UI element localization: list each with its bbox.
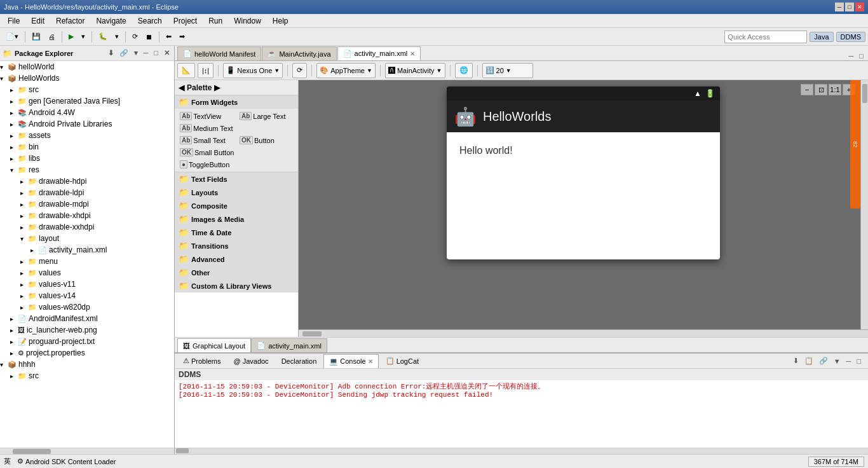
toolbar-btn-ext4[interactable]: ➡	[176, 30, 188, 44]
menu-file[interactable]: File	[3, 15, 25, 27]
bottom-panel-btn-1[interactable]: ⬇	[791, 356, 801, 366]
tree-toggle-icon[interactable]: ▸	[20, 201, 28, 208]
tab-logcat[interactable]: 📋 LogCat	[380, 354, 424, 368]
tree-toggle-icon[interactable]: ▸	[20, 212, 28, 219]
quick-access-input[interactable]	[724, 31, 807, 43]
tree-toggle-icon[interactable]: ▸	[20, 304, 28, 311]
transitions-header[interactable]: 📁 Transitions	[175, 239, 298, 252]
close-button[interactable]: ✕	[855, 3, 864, 11]
menu-navigate[interactable]: Navigate	[91, 15, 131, 27]
bottom-panel-btn-4[interactable]: ▼	[832, 357, 843, 366]
tree-toggle-icon[interactable]: ▸	[20, 224, 28, 231]
debug-dropdown[interactable]: ▾	[112, 30, 122, 44]
advanced-header[interactable]: 📁 Advanced	[175, 252, 298, 266]
tree-item[interactable]: ▸📁libs	[0, 153, 174, 164]
tree-toggle-icon[interactable]: ▸	[10, 373, 18, 380]
tree-toggle-icon[interactable]: ▸	[20, 292, 28, 299]
tree-item[interactable]: ▸📚Android Private Libraries	[0, 118, 174, 130]
toolbar-btn-ext2[interactable]: ⏹	[142, 30, 156, 44]
custom-library-views-header[interactable]: 📁 Custom & Library Views	[175, 279, 298, 292]
locale-btn[interactable]: 🌐	[455, 63, 473, 78]
maximize-button[interactable]: □	[845, 3, 854, 11]
tab-problems[interactable]: ⚠ Problems	[177, 354, 226, 368]
menu-refactor[interactable]: Refactor	[51, 15, 90, 27]
tree-toggle-icon[interactable]: ▸	[10, 86, 18, 93]
text-fields-header[interactable]: 📁 Text Fields	[175, 172, 298, 186]
tree-toggle-icon[interactable]: ▸	[20, 178, 28, 185]
save-button[interactable]: 💾	[29, 30, 44, 44]
tree-toggle-icon[interactable]: ▸	[31, 247, 38, 254]
layout-config-btn[interactable]: 📐	[177, 63, 195, 78]
tree-item[interactable]: ▾📦hhhh	[0, 359, 174, 370]
toolbar-btn-ext1[interactable]: ⟳	[129, 30, 141, 44]
tab-helloworld-manifest[interactable]: 📄 helloWorld Manifest	[177, 46, 261, 60]
activity-xml-tab-close-icon[interactable]: ✕	[410, 50, 415, 57]
canvas-vscrollbar[interactable]	[860, 80, 868, 329]
tab-console[interactable]: 💻 Console ✕	[323, 354, 378, 368]
tree-toggle-icon[interactable]: ▾	[20, 235, 28, 242]
tree-item[interactable]: ▸📄AndroidManifest.xml	[0, 313, 174, 324]
tree-toggle-icon[interactable]: ▸	[10, 338, 18, 345]
tree-toggle-icon[interactable]: ▾	[10, 167, 18, 174]
tree-item[interactable]: ▾📁res	[0, 164, 174, 176]
tree-item[interactable]: ▸📁drawable-mdpi	[0, 198, 174, 210]
tree-toggle-icon[interactable]: ▸	[10, 350, 18, 357]
new-button[interactable]: 📄▾	[3, 30, 22, 44]
tree-toggle-icon[interactable]: ▸	[20, 281, 28, 288]
tab-graphical-layout[interactable]: 🖼 Graphical Layout	[177, 338, 251, 352]
palette-widget-mediumtext[interactable]: Ab Medium Text	[177, 123, 295, 134]
palette-widget-smallbutton[interactable]: OK Small Button	[177, 147, 295, 158]
tree-toggle-icon[interactable]: ▾	[0, 75, 8, 82]
minimize-button[interactable]: ─	[835, 3, 844, 11]
debug-button[interactable]: 🐛	[95, 30, 111, 44]
tree-item[interactable]: ▸📁src	[0, 370, 174, 382]
tree-item[interactable]: ▸📝proguard-project.txt	[0, 336, 174, 347]
tree-toggle-icon[interactable]: ▸	[10, 327, 18, 334]
minimize-panel-icon[interactable]: ─	[142, 48, 151, 58]
palette-widget-togglebutton[interactable]: ● ToggleButton	[177, 159, 295, 170]
tree-item[interactable]: ▸📁gen [Generated Java Files]	[0, 95, 174, 107]
tree-item[interactable]: ▸📁values-v14	[0, 290, 174, 301]
editor-min-icon[interactable]: ─	[847, 52, 856, 60]
zoom-100-button[interactable]: 1:1	[829, 84, 841, 95]
tree-item[interactable]: ▸📁drawable-xhdpi	[0, 210, 174, 221]
tree-item[interactable]: ▸📁src	[0, 84, 174, 95]
bottom-panel-min[interactable]: ─	[844, 357, 853, 366]
tab-javadoc[interactable]: @ Javadoc	[227, 354, 274, 368]
canvas-hscrollbar[interactable]	[299, 329, 868, 337]
menu-help[interactable]: Help	[268, 15, 294, 27]
tree-toggle-icon[interactable]: ▸	[10, 98, 18, 105]
menu-edit[interactable]: Edit	[26, 15, 50, 27]
run-dropdown[interactable]: ▾	[78, 30, 88, 44]
close-panel-icon[interactable]: ✕	[162, 48, 172, 58]
tree-item[interactable]: ▸📁drawable-ldpi	[0, 187, 174, 198]
menu-run[interactable]: Run	[203, 15, 227, 27]
run-button[interactable]: ▶	[65, 30, 77, 44]
tree-item[interactable]: ▸📁drawable-xxhdpi	[0, 221, 174, 233]
tree-toggle-icon[interactable]: ▸	[10, 144, 18, 151]
tree-item[interactable]: ▸📁assets	[0, 130, 174, 141]
layout-portrait-btn[interactable]: |↕|	[198, 63, 214, 78]
menu-project[interactable]: Project	[168, 15, 202, 27]
tree-item[interactable]: ▸📁values-w820dp	[0, 301, 174, 313]
tree-item[interactable]: ▸📁values	[0, 267, 174, 279]
link-editor-icon[interactable]: 🔗	[118, 48, 130, 58]
menu-search[interactable]: Search	[133, 15, 167, 27]
tab-activity-main-xml[interactable]: 📄 activity_main.xml ✕	[337, 46, 421, 60]
bottom-panel-btn-2[interactable]: 📋	[803, 356, 815, 366]
tree-toggle-icon[interactable]: ▾	[0, 64, 8, 71]
tree-toggle-icon[interactable]: ▸	[10, 155, 18, 162]
layouts-header[interactable]: 📁 Layouts	[175, 186, 298, 199]
tree-item[interactable]: ▸📄activity_main.xml	[0, 244, 174, 256]
tree-item[interactable]: ▸📁bin	[0, 141, 174, 153]
tree-toggle-icon[interactable]: ▸	[10, 315, 18, 322]
tree-item[interactable]: ▸📁drawable-hdpi	[0, 176, 174, 187]
menu-window[interactable]: Window	[229, 15, 266, 27]
ddms-perspective-badge[interactable]: DDMS	[836, 32, 865, 42]
tree-toggle-icon[interactable]: ▸	[10, 109, 18, 116]
api-selector[interactable]: 🔢 20 ▼	[482, 63, 533, 78]
tree-toggle-icon[interactable]: ▸	[20, 258, 28, 265]
java-perspective-badge[interactable]: Java	[810, 32, 833, 42]
bottom-panel-max[interactable]: □	[855, 357, 863, 366]
tree-toggle-icon[interactable]: ▸	[10, 132, 18, 139]
